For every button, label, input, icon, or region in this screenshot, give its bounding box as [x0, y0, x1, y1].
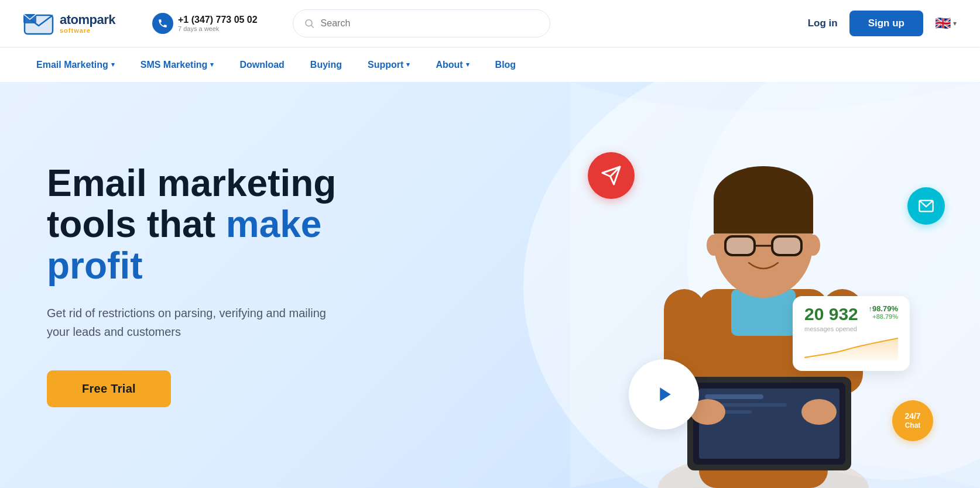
chevron-down-icon: ▾	[210, 61, 214, 68]
chevron-down-icon: ▾	[111, 61, 115, 68]
stats-number: 20 932	[804, 304, 858, 324]
stats-chart	[804, 337, 898, 360]
chat-badge-line2: Chat	[905, 421, 921, 429]
flag-icon: 🇬🇧	[935, 16, 951, 31]
phone-area: +1 (347) 773 05 02 7 days a week	[152, 13, 269, 34]
logo-area: atompark software	[23, 12, 141, 35]
hero-subtitle: Get rid of restrictions on parsing, veri…	[47, 304, 340, 341]
svg-rect-25	[705, 394, 763, 399]
header-right: Log in Sign up 🇬🇧 ▾	[808, 11, 957, 36]
hero-title: Email marketing tools that make profit	[47, 163, 410, 286]
nav-label: SMS Marketing	[141, 60, 208, 70]
nav-label: Blog	[495, 60, 516, 70]
nav-label: Support	[368, 60, 403, 70]
chevron-down-icon: ▾	[466, 61, 470, 68]
svg-marker-8	[660, 387, 670, 401]
nav-item-about[interactable]: About ▾	[423, 47, 482, 82]
stats-label: messages opened	[804, 325, 858, 332]
brand-name: atompark	[60, 13, 115, 27]
envelope-icon-bubble	[907, 187, 945, 225]
search-input[interactable]	[321, 18, 539, 29]
hero-section: Email marketing tools that make profit G…	[0, 82, 980, 488]
send-icon-bubble	[588, 152, 635, 199]
hero-right: 20 932 messages opened ↑98.79% +88.79%	[453, 82, 980, 488]
free-trial-button[interactable]: Free Trial	[47, 370, 171, 407]
phone-icon	[152, 13, 173, 34]
nav-item-email-marketing[interactable]: Email Marketing ▾	[23, 47, 128, 82]
play-button[interactable]	[629, 359, 699, 429]
chevron-down-icon: ▾	[953, 19, 957, 28]
nav-item-blog[interactable]: Blog	[482, 47, 529, 82]
svg-rect-15	[725, 236, 755, 255]
svg-rect-14	[714, 198, 813, 233]
logo-icon	[23, 12, 54, 35]
search-bar[interactable]	[293, 9, 550, 37]
svg-line-4	[311, 25, 313, 27]
nav-label: Buying	[310, 60, 342, 70]
phone-number: +1 (347) 773 05 02	[178, 15, 258, 25]
svg-point-19	[806, 235, 820, 256]
svg-rect-16	[772, 236, 801, 255]
svg-point-18	[707, 235, 721, 256]
nav-item-buying[interactable]: Buying	[297, 47, 355, 82]
logo-text: atompark software	[60, 13, 115, 34]
hero-title-line1: Email marketing	[47, 162, 336, 204]
main-nav: Email Marketing ▾ SMS Marketing ▾ Downlo…	[0, 47, 980, 82]
language-selector[interactable]: 🇬🇧 ▾	[935, 16, 957, 31]
nav-item-download[interactable]: Download	[227, 47, 297, 82]
svg-point-29	[801, 399, 837, 425]
stats-percent: ↑98.79%	[868, 304, 898, 313]
chat-badge-line1: 24/7	[904, 411, 920, 421]
nav-item-support[interactable]: Support ▾	[355, 47, 423, 82]
stats-card: 20 932 messages opened ↑98.79% +88.79%	[793, 296, 910, 371]
brand-sub: software	[60, 27, 115, 34]
search-icon	[304, 18, 315, 29]
nav-label: About	[436, 60, 462, 70]
chat-badge[interactable]: 24/7 Chat	[892, 400, 933, 441]
signup-button[interactable]: Sign up	[849, 11, 923, 36]
hero-left: Email marketing tools that make profit G…	[47, 163, 410, 407]
nav-label: Download	[239, 60, 284, 70]
phone-sub: 7 days a week	[178, 25, 258, 32]
chevron-down-icon: ▾	[406, 61, 410, 68]
hero-title-line2: tools that	[47, 203, 226, 245]
stats-sub-percent: +88.79%	[868, 313, 898, 320]
header: atompark software +1 (347) 773 05 02 7 d…	[0, 0, 980, 47]
nav-item-sms-marketing[interactable]: SMS Marketing ▾	[128, 47, 227, 82]
login-button[interactable]: Log in	[808, 18, 838, 29]
phone-details: +1 (347) 773 05 02 7 days a week	[178, 15, 258, 32]
nav-label: Email Marketing	[36, 60, 108, 70]
